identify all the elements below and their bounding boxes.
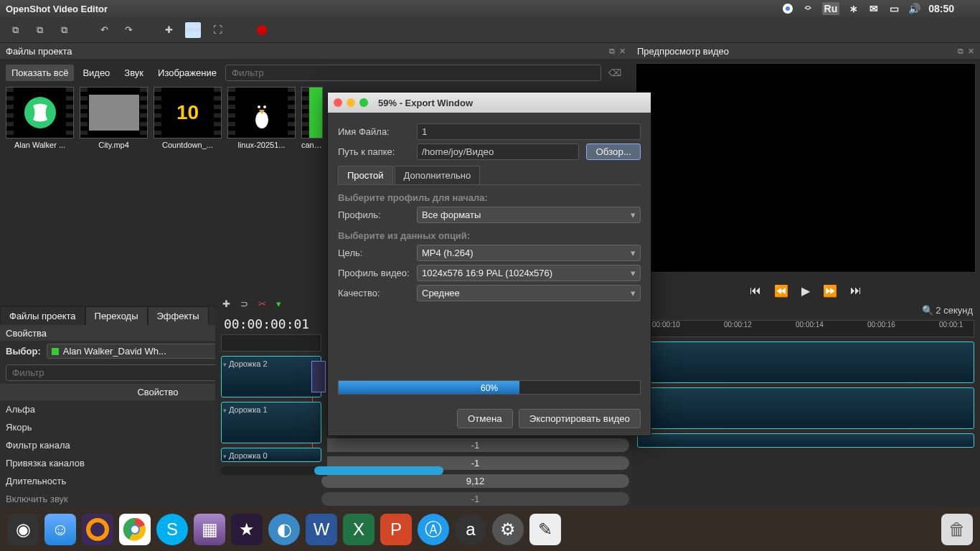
dock-chrome-icon[interactable]: [119, 514, 151, 545]
apple-icon[interactable]: [963, 3, 974, 14]
detach-icon[interactable]: ⧉: [609, 47, 615, 56]
dock-word-icon[interactable]: W: [306, 514, 337, 545]
timeline-timecode: 00:00:00:01: [215, 314, 327, 334]
dock-settings-icon[interactable]: ⚙: [492, 514, 524, 545]
clock[interactable]: 08:50: [928, 3, 954, 14]
tab-show-all[interactable]: Показать всё: [6, 65, 74, 81]
progress-label: 60%: [339, 381, 640, 395]
browse-button[interactable]: Обзор...: [586, 143, 641, 160]
forward-icon[interactable]: ⏩: [823, 284, 837, 298]
prop-value[interactable]: 9,12: [321, 474, 629, 488]
dock-amazon-icon[interactable]: a: [455, 514, 486, 545]
tab-advanced[interactable]: Дополнительно: [395, 166, 481, 184]
clear-filter-icon[interactable]: ⌫: [604, 67, 626, 78]
timeline-track[interactable]: [637, 387, 974, 429]
record-icon[interactable]: [254, 22, 270, 38]
profile-select[interactable]: Все форматы: [417, 207, 641, 223]
file-item[interactable]: City.mp4: [80, 87, 148, 149]
wifi-icon[interactable]: ⌔: [802, 3, 814, 14]
dock-appstore-icon[interactable]: Ⓐ: [418, 514, 449, 545]
mail-icon[interactable]: ✉: [868, 3, 880, 14]
timeline-scrollbar[interactable]: [221, 466, 321, 475]
volume-icon[interactable]: 🔊: [908, 3, 920, 14]
project-filter-tabs: Показать всё Видео Звук Изображение ⌫: [0, 59, 631, 87]
timeline-track[interactable]: ▾Дорожка 0: [221, 448, 321, 462]
timeline-track[interactable]: [637, 433, 974, 448]
dock-powerpoint-icon[interactable]: P: [380, 514, 412, 545]
timeline-right: 🔍 2 секунд 00:00:10 00:00:12 00:00:14 00…: [631, 301, 980, 509]
timeline-ruler[interactable]: 00:00:10 00:00:12 00:00:14 00:00:16 00:0…: [637, 320, 974, 337]
tab-simple[interactable]: Простой: [338, 166, 393, 184]
dock-imovie-icon[interactable]: ★: [231, 514, 263, 545]
window-maximize-icon[interactable]: [359, 98, 368, 107]
chrome-icon[interactable]: [782, 3, 793, 14]
tool-3[interactable]: ⧉: [56, 22, 72, 38]
movi-icon[interactable]: MOVI: [185, 22, 201, 38]
dock-finder-icon[interactable]: ☺: [44, 514, 76, 545]
dock-skype-icon[interactable]: S: [156, 514, 188, 545]
path-input[interactable]: [417, 143, 579, 160]
dock-trash-icon[interactable]: 🗑: [941, 514, 973, 545]
filename-input[interactable]: [417, 123, 641, 140]
battery-icon[interactable]: ▭: [888, 3, 900, 14]
app-title: OpenShot Video Editor: [6, 4, 108, 14]
cancel-button[interactable]: Отмена: [457, 409, 513, 428]
tab-transitions[interactable]: Переходы: [85, 306, 148, 325]
file-item[interactable]: can o...: [301, 87, 323, 149]
keyboard-layout[interactable]: Ru: [822, 2, 840, 15]
rewind-icon[interactable]: ⏪: [774, 284, 788, 298]
tool-2[interactable]: ⧉: [32, 22, 47, 38]
video-profile-select[interactable]: 1024x576 16:9 PAL (1024x576): [417, 265, 641, 281]
close-panel-icon[interactable]: ✕: [968, 47, 974, 56]
fullscreen-icon[interactable]: ⛶: [209, 22, 225, 38]
window-close-icon[interactable]: [334, 98, 342, 107]
skip-start-icon[interactable]: ⏮: [750, 284, 761, 298]
dock-browser-icon[interactable]: ◐: [268, 514, 300, 545]
quality-select[interactable]: Среднее: [417, 285, 641, 301]
play-icon[interactable]: ▶: [801, 284, 810, 298]
add-marker-icon[interactable]: ✚: [222, 298, 230, 309]
marker-down-icon[interactable]: ▾: [276, 298, 281, 309]
file-item[interactable]: 10 Countdown_...: [154, 87, 222, 149]
prop-value[interactable]: -1: [321, 438, 629, 452]
window-minimize-icon[interactable]: [347, 98, 355, 107]
main-toolbar: ⧉ ⧉ ⧉ ↶ ↷ ✚ MOVI ⛶: [0, 17, 980, 43]
file-item[interactable]: linux-20251...: [227, 87, 296, 149]
dock-firefox-icon[interactable]: [82, 514, 113, 545]
target-select[interactable]: MP4 (h.264): [417, 245, 641, 261]
skip-end-icon[interactable]: ⏭: [850, 284, 862, 298]
tool-1[interactable]: ⧉: [7, 22, 23, 38]
timeline-track[interactable]: ▾Дорожка 2: [221, 356, 321, 397]
tab-video[interactable]: Видео: [77, 65, 116, 81]
redo-icon[interactable]: ↷: [121, 22, 136, 38]
dock-photos-icon[interactable]: ▦: [194, 514, 225, 545]
dock-excel-icon[interactable]: X: [343, 514, 374, 545]
timeline-ruler-left[interactable]: [221, 334, 321, 352]
razor-icon[interactable]: ✂: [258, 298, 266, 309]
timeline-track[interactable]: ▾Дорожка 1: [221, 402, 321, 443]
add-icon[interactable]: ✚: [161, 22, 176, 38]
dock-notes-icon[interactable]: ✎: [529, 514, 561, 545]
project-filter-input[interactable]: [225, 65, 601, 81]
prop-value[interactable]: -1: [321, 492, 629, 506]
file-item[interactable]: Alan Walker ...: [6, 87, 74, 149]
magnet-icon[interactable]: ⊃: [240, 298, 248, 309]
close-panel-icon[interactable]: ✕: [619, 47, 626, 56]
svg-point-11: [131, 526, 138, 533]
undo-icon[interactable]: ↶: [96, 22, 112, 38]
tab-effects[interactable]: Эффекты: [148, 306, 209, 325]
detach-icon[interactable]: ⧉: [958, 47, 963, 56]
bluetooth-icon[interactable]: ∗: [848, 3, 859, 14]
tab-image[interactable]: Изображение: [152, 65, 222, 81]
tab-project-files[interactable]: Файлы проекта: [0, 306, 85, 325]
dock-ubuntu-icon[interactable]: ◉: [7, 514, 39, 545]
timeline-track[interactable]: [637, 342, 974, 383]
export-dialog: 59% - Export Window Имя Файла: Путь к па…: [327, 92, 651, 436]
zoom-out-icon[interactable]: 🔍: [922, 305, 933, 316]
quality-label: Качество:: [338, 288, 410, 298]
export-button[interactable]: Экспортировать видео: [519, 409, 641, 428]
dialog-titlebar[interactable]: 59% - Export Window: [328, 93, 651, 113]
svg-point-8: [90, 522, 105, 537]
clip[interactable]: [311, 361, 326, 392]
tab-audio[interactable]: Звук: [118, 65, 149, 81]
